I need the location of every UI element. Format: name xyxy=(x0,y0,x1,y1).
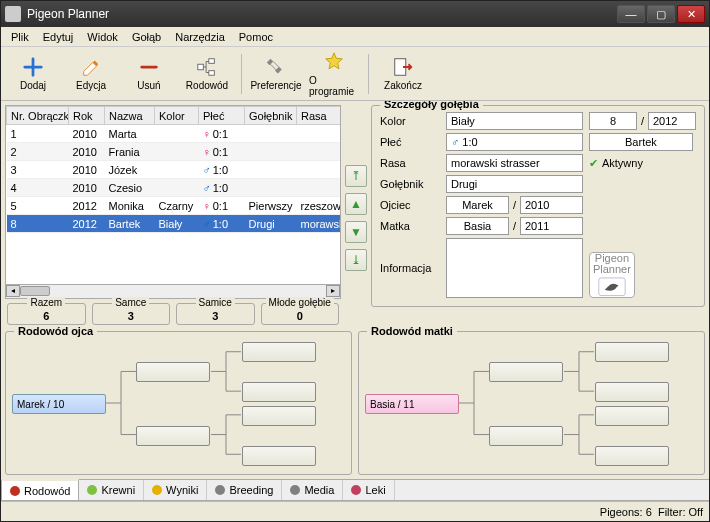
column-header[interactable]: Płeć xyxy=(199,107,245,125)
loft-label: Gołębnik xyxy=(380,178,440,190)
table-row[interactable]: 82012BartekBiały♂ 1:0Drugimorawski xyxy=(7,215,342,233)
info-value xyxy=(446,238,583,298)
column-header[interactable]: Nazwa xyxy=(105,107,155,125)
breed-label: Rasa xyxy=(380,157,440,169)
app-logo: Pigeon Planner xyxy=(589,252,635,298)
ok-icon: ✔ xyxy=(589,157,598,170)
preferences-button[interactable]: Preferencje xyxy=(248,53,304,94)
menu-edytuj[interactable]: Edytuj xyxy=(37,29,80,45)
add-button[interactable]: Dodaj xyxy=(5,53,61,94)
window-title: Pigeon Planner xyxy=(27,7,617,21)
menu-pomoc[interactable]: Pomoc xyxy=(233,29,279,45)
scroll-thumb[interactable] xyxy=(20,286,50,296)
menu-widok[interactable]: Widok xyxy=(81,29,124,45)
father-ggp2[interactable] xyxy=(242,382,316,402)
loft-value: Drugi xyxy=(446,175,583,193)
column-header[interactable]: Rasa xyxy=(297,107,342,125)
column-header[interactable]: Nr. Obrączki xyxy=(7,107,69,125)
mother-year: 2011 xyxy=(520,217,583,235)
tab-krewni[interactable]: Krewni xyxy=(79,480,144,500)
table-row[interactable]: 42010Czesio♂ 1:0 xyxy=(7,179,342,197)
maximize-button[interactable]: ▢ xyxy=(647,5,675,23)
table-row[interactable]: 32010Józek♂ 1:0 xyxy=(7,161,342,179)
move-top-button[interactable]: ⤒ xyxy=(345,165,367,187)
menu-narzedzia[interactable]: Narzędzia xyxy=(169,29,231,45)
color-label: Kolor xyxy=(380,115,440,127)
ring-year: 2012 xyxy=(648,112,696,130)
menu-plik[interactable]: Plik xyxy=(5,29,35,45)
sex-value: ♂ 1:0 xyxy=(446,133,583,151)
app-icon xyxy=(5,6,21,22)
female-icon: ♀ xyxy=(203,146,211,158)
column-header[interactable]: Kolor xyxy=(155,107,199,125)
scroll-left-icon[interactable]: ◂ xyxy=(6,285,20,297)
bottom-tabs: Rodowód Krewni Wyniki Breeding Media Lek… xyxy=(1,479,709,501)
male-icon: ♂ xyxy=(203,218,211,230)
close-button[interactable]: ✕ xyxy=(677,5,705,23)
females-box: Samice3 xyxy=(176,303,255,325)
edit-button[interactable]: Edycja xyxy=(63,53,119,94)
table-row[interactable]: 22010Frania♀ 0:1 xyxy=(7,143,342,161)
father-gp2[interactable] xyxy=(136,426,210,446)
name-value: Bartek xyxy=(589,133,693,151)
statusbar: Pigeons: 6 Filter: Off xyxy=(1,501,709,521)
column-header[interactable]: Rok xyxy=(69,107,105,125)
mother-ggp1[interactable] xyxy=(595,342,669,362)
color-value: Biały xyxy=(446,112,583,130)
mother-gp1[interactable] xyxy=(489,362,563,382)
male-icon: ♂ xyxy=(451,136,459,148)
minimize-button[interactable]: — xyxy=(617,5,645,23)
father-ggp4[interactable] xyxy=(242,446,316,466)
mother-ggp3[interactable] xyxy=(595,406,669,426)
exit-button[interactable]: Zakończ xyxy=(375,53,431,94)
mother-ggp2[interactable] xyxy=(595,382,669,402)
father-root[interactable]: Marek / 10 xyxy=(12,394,106,414)
female-icon: ♀ xyxy=(203,200,211,212)
male-icon: ♂ xyxy=(203,164,211,176)
pigeon-table[interactable]: Nr. ObrączkiRokNazwaKolorPłećGołębnikRas… xyxy=(5,105,341,285)
pedigree-button[interactable]: Rodowód xyxy=(179,53,235,94)
table-row[interactable]: 52012MonikaCzarny♀ 0:1Pierwszyrzeszowsk xyxy=(7,197,342,215)
table-row[interactable]: 12010Marta♀ 0:1 xyxy=(7,125,342,143)
tab-media[interactable]: Media xyxy=(282,480,343,500)
female-icon: ♀ xyxy=(203,128,211,140)
tab-breeding[interactable]: Breeding xyxy=(207,480,282,500)
toolbar: Dodaj Edycja Usuń Rodowód Preferencje O … xyxy=(1,47,709,101)
father-gp1[interactable] xyxy=(136,362,210,382)
sex-label: Płeć xyxy=(380,136,440,148)
tab-wyniki[interactable]: Wyniki xyxy=(144,480,207,500)
delete-button[interactable]: Usuń xyxy=(121,53,177,94)
about-button[interactable]: O programie xyxy=(306,48,362,100)
details-title: Szczegóły gołębia xyxy=(380,101,483,110)
status-filter: Filter: Off xyxy=(658,506,703,518)
scroll-right-icon[interactable]: ▸ xyxy=(326,285,340,297)
father-ggp3[interactable] xyxy=(242,406,316,426)
mother-gp2[interactable] xyxy=(489,426,563,446)
status-pigeons: Pigeons: 6 xyxy=(600,506,652,518)
ring-number: 8 xyxy=(589,112,637,130)
father-label: Ojciec xyxy=(380,199,440,211)
column-header[interactable]: Gołębnik xyxy=(245,107,297,125)
move-up-button[interactable]: ▲ xyxy=(345,193,367,215)
breed-value: morawski strasser xyxy=(446,154,583,172)
svg-rect-2 xyxy=(209,71,215,76)
male-icon: ♂ xyxy=(203,182,211,194)
move-down-button[interactable]: ▼ xyxy=(345,221,367,243)
tab-leki[interactable]: Leki xyxy=(343,480,394,500)
males-box: Samce3 xyxy=(92,303,171,325)
move-bottom-button[interactable]: ⤓ xyxy=(345,249,367,271)
svg-rect-1 xyxy=(209,59,215,64)
father-year: 2010 xyxy=(520,196,583,214)
menu-golab[interactable]: Gołąb xyxy=(126,29,167,45)
details-group: Szczegóły gołębia Kolor Biały 8 / 2012 P… xyxy=(371,105,705,307)
mother-name: Basia xyxy=(446,217,509,235)
status-value: ✔Aktywny xyxy=(589,157,696,170)
menubar: Plik Edytuj Widok Gołąb Narzędzia Pomoc xyxy=(1,27,709,47)
father-pedigree: Rodowód ojca Marek / 10 xyxy=(5,331,352,475)
tab-rodowod[interactable]: Rodowód xyxy=(1,479,79,500)
mother-ggp4[interactable] xyxy=(595,446,669,466)
father-ggp1[interactable] xyxy=(242,342,316,362)
mother-root[interactable]: Basia / 11 xyxy=(365,394,459,414)
svg-rect-0 xyxy=(198,64,204,70)
mother-pedigree: Rodowód matki Basia / 11 xyxy=(358,331,705,475)
